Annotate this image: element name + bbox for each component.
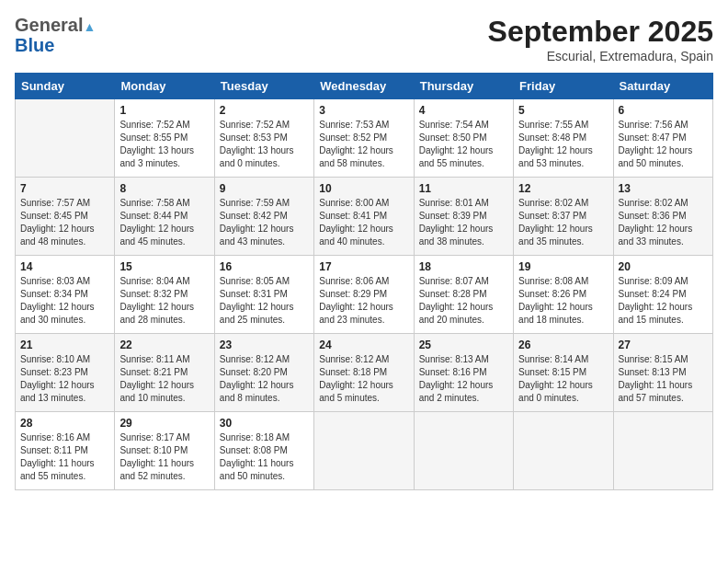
day-info: Sunrise: 8:16 AMSunset: 8:11 PMDaylight:… (20, 431, 109, 483)
calendar-week-4: 21Sunrise: 8:10 AMSunset: 8:23 PMDayligh… (16, 334, 713, 412)
header-friday: Friday (514, 74, 613, 99)
day-info: Sunrise: 8:12 AMSunset: 8:20 PMDaylight:… (220, 353, 309, 405)
calendar-cell: 30Sunrise: 8:18 AMSunset: 8:08 PMDayligh… (214, 412, 313, 490)
page-header: General▲ Blue September 2025 Escurial, E… (15, 15, 713, 63)
day-info: Sunrise: 8:10 AMSunset: 8:23 PMDaylight:… (20, 353, 109, 405)
day-info: Sunrise: 8:02 AMSunset: 8:37 PMDaylight:… (518, 197, 608, 248)
calendar-cell: 23Sunrise: 8:12 AMSunset: 8:20 PMDayligh… (214, 334, 313, 412)
day-number: 27 (619, 339, 708, 351)
day-number: 12 (518, 182, 608, 195)
calendar-week-3: 14Sunrise: 8:03 AMSunset: 8:34 PMDayligh… (16, 256, 713, 334)
header-saturday: Saturday (613, 74, 712, 99)
day-info: Sunrise: 7:55 AMSunset: 8:48 PMDaylight:… (518, 119, 608, 170)
calendar-table: SundayMondayTuesdayWednesdayThursdayFrid… (15, 73, 713, 490)
calendar-cell: 8Sunrise: 7:58 AMSunset: 8:44 PMDaylight… (115, 178, 214, 256)
calendar-cell: 12Sunrise: 8:02 AMSunset: 8:37 PMDayligh… (514, 178, 613, 256)
day-number: 3 (319, 104, 408, 117)
day-info: Sunrise: 8:06 AMSunset: 8:29 PMDaylight:… (319, 275, 408, 327)
day-info: Sunrise: 8:01 AMSunset: 8:39 PMDaylight:… (419, 197, 508, 248)
day-number: 11 (419, 182, 508, 195)
day-info: Sunrise: 7:54 AMSunset: 8:50 PMDaylight:… (419, 119, 508, 170)
day-info: Sunrise: 7:57 AMSunset: 8:45 PMDaylight:… (20, 197, 109, 248)
logo: General▲ Blue (15, 15, 96, 55)
calendar-cell: 1Sunrise: 7:52 AMSunset: 8:55 PMDaylight… (115, 99, 214, 178)
calendar-week-1: 1Sunrise: 7:52 AMSunset: 8:55 PMDaylight… (16, 99, 713, 178)
day-info: Sunrise: 7:58 AMSunset: 8:44 PMDaylight:… (119, 197, 209, 248)
day-number: 28 (20, 417, 109, 430)
calendar-header-row: SundayMondayTuesdayWednesdayThursdayFrid… (16, 74, 713, 99)
title-block: September 2025 Escurial, Extremadura, Sp… (488, 15, 713, 63)
day-number: 23 (220, 339, 309, 351)
calendar-cell (514, 412, 613, 490)
day-number: 5 (518, 104, 608, 117)
day-number: 1 (119, 104, 209, 117)
day-info: Sunrise: 8:05 AMSunset: 8:31 PMDaylight:… (220, 275, 309, 327)
calendar-cell: 25Sunrise: 8:13 AMSunset: 8:16 PMDayligh… (414, 334, 513, 412)
day-info: Sunrise: 8:08 AMSunset: 8:26 PMDaylight:… (518, 275, 608, 327)
calendar-cell (414, 412, 513, 490)
day-number: 16 (220, 260, 309, 273)
calendar-cell: 24Sunrise: 8:12 AMSunset: 8:18 PMDayligh… (314, 334, 414, 412)
day-info: Sunrise: 7:59 AMSunset: 8:42 PMDaylight:… (220, 197, 309, 248)
day-number: 20 (619, 260, 708, 273)
day-info: Sunrise: 8:17 AMSunset: 8:10 PMDaylight:… (119, 431, 209, 483)
calendar-cell: 21Sunrise: 8:10 AMSunset: 8:23 PMDayligh… (16, 334, 115, 412)
day-number: 19 (518, 260, 608, 273)
calendar-cell: 29Sunrise: 8:17 AMSunset: 8:10 PMDayligh… (115, 412, 214, 490)
calendar-cell: 11Sunrise: 8:01 AMSunset: 8:39 PMDayligh… (414, 178, 513, 256)
day-number: 30 (220, 417, 309, 430)
calendar-cell: 28Sunrise: 8:16 AMSunset: 8:11 PMDayligh… (16, 412, 115, 490)
day-number: 26 (518, 339, 608, 351)
day-info: Sunrise: 8:12 AMSunset: 8:18 PMDaylight:… (319, 353, 408, 405)
day-number: 24 (319, 339, 408, 351)
day-number: 15 (119, 260, 209, 273)
day-info: Sunrise: 8:04 AMSunset: 8:32 PMDaylight:… (119, 275, 209, 327)
calendar-cell: 4Sunrise: 7:54 AMSunset: 8:50 PMDaylight… (414, 99, 513, 178)
logo-blue: Blue (15, 35, 54, 55)
day-number: 22 (119, 339, 209, 351)
day-number: 25 (419, 339, 508, 351)
header-thursday: Thursday (414, 74, 513, 99)
page-subtitle: Escurial, Extremadura, Spain (488, 49, 713, 63)
day-number: 14 (20, 260, 109, 273)
day-info: Sunrise: 7:52 AMSunset: 8:53 PMDaylight:… (220, 119, 309, 170)
day-number: 18 (419, 260, 508, 273)
calendar-cell: 3Sunrise: 7:53 AMSunset: 8:52 PMDaylight… (314, 99, 414, 178)
header-wednesday: Wednesday (314, 74, 414, 99)
day-info: Sunrise: 7:56 AMSunset: 8:47 PMDaylight:… (619, 119, 708, 170)
calendar-cell: 19Sunrise: 8:08 AMSunset: 8:26 PMDayligh… (514, 256, 613, 334)
day-number: 8 (119, 182, 209, 195)
day-info: Sunrise: 8:00 AMSunset: 8:41 PMDaylight:… (319, 197, 408, 248)
calendar-cell: 7Sunrise: 7:57 AMSunset: 8:45 PMDaylight… (16, 178, 115, 256)
calendar-cell: 5Sunrise: 7:55 AMSunset: 8:48 PMDaylight… (514, 99, 613, 178)
calendar-cell: 18Sunrise: 8:07 AMSunset: 8:28 PMDayligh… (414, 256, 513, 334)
day-number: 4 (419, 104, 508, 117)
calendar-cell: 20Sunrise: 8:09 AMSunset: 8:24 PMDayligh… (613, 256, 712, 334)
day-info: Sunrise: 8:11 AMSunset: 8:21 PMDaylight:… (119, 353, 209, 405)
calendar-cell (314, 412, 414, 490)
calendar-cell (16, 99, 115, 178)
day-info: Sunrise: 8:18 AMSunset: 8:08 PMDaylight:… (220, 431, 309, 483)
calendar-cell: 9Sunrise: 7:59 AMSunset: 8:42 PMDaylight… (214, 178, 313, 256)
day-info: Sunrise: 7:53 AMSunset: 8:52 PMDaylight:… (319, 119, 408, 170)
day-info: Sunrise: 8:03 AMSunset: 8:34 PMDaylight:… (20, 275, 109, 327)
day-info: Sunrise: 8:02 AMSunset: 8:36 PMDaylight:… (619, 197, 708, 248)
calendar-cell: 6Sunrise: 7:56 AMSunset: 8:47 PMDaylight… (613, 99, 712, 178)
header-sunday: Sunday (16, 74, 115, 99)
calendar-cell: 16Sunrise: 8:05 AMSunset: 8:31 PMDayligh… (214, 256, 313, 334)
header-tuesday: Tuesday (214, 74, 313, 99)
day-number: 10 (319, 182, 408, 195)
calendar-cell: 2Sunrise: 7:52 AMSunset: 8:53 PMDaylight… (214, 99, 313, 178)
day-number: 21 (20, 339, 109, 351)
day-info: Sunrise: 7:52 AMSunset: 8:55 PMDaylight:… (119, 119, 209, 170)
calendar-cell: 15Sunrise: 8:04 AMSunset: 8:32 PMDayligh… (115, 256, 214, 334)
day-info: Sunrise: 8:14 AMSunset: 8:15 PMDaylight:… (518, 353, 608, 405)
calendar-cell: 13Sunrise: 8:02 AMSunset: 8:36 PMDayligh… (613, 178, 712, 256)
day-number: 29 (119, 417, 209, 430)
calendar-cell: 10Sunrise: 8:00 AMSunset: 8:41 PMDayligh… (314, 178, 414, 256)
day-info: Sunrise: 8:13 AMSunset: 8:16 PMDaylight:… (419, 353, 508, 405)
calendar-cell (613, 412, 712, 490)
day-number: 9 (220, 182, 309, 195)
logo-general: General (15, 15, 83, 35)
calendar-cell: 17Sunrise: 8:06 AMSunset: 8:29 PMDayligh… (314, 256, 414, 334)
